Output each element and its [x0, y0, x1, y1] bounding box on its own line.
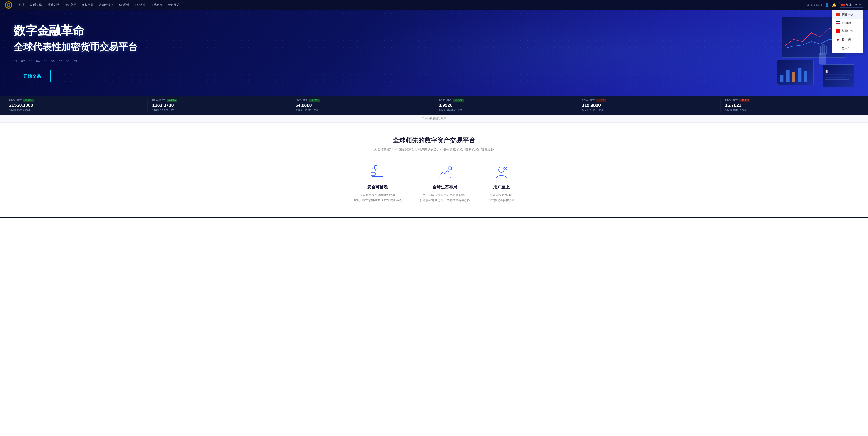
- hero-dot-2[interactable]: [431, 92, 437, 93]
- svg-point-3: [8, 4, 9, 6]
- nav-options[interactable]: 期权交易: [80, 2, 96, 8]
- feature-security-desc: 5 年数字资产金融服务经验 专业分布式架构和防 DDOS 攻击系统: [353, 192, 402, 203]
- ticker-ltc-volume: 24H量 113297.1604: [296, 109, 429, 112]
- feature-security-icon: [370, 165, 385, 180]
- lang-cn-label: 简体中文: [842, 12, 854, 16]
- logo[interactable]: [4, 1, 13, 9]
- ticker-eos[interactable]: EOS/USDT +2.67% 0.9926 24H量 3969904.4582: [434, 99, 578, 112]
- ticker-etc-volume: 24H量 154616.6694: [725, 109, 859, 112]
- lang-en-label: English: [842, 21, 852, 25]
- navbar-phone: 400-100-6368: [805, 3, 822, 7]
- hero-screen-2: [777, 60, 813, 85]
- feature-user: 用户至上 建立先行赔付机制 设立投资者保护基金: [488, 165, 515, 203]
- navbar: 行情 法币交易 币币交易 合约交易 期权交易 流动性挖矿 UP理财 IEO认购 …: [0, 0, 868, 10]
- feature-ecosystem: 全球生态布局 多个国家设立本土化交易服务中心 打造多业务形态为一体的区块链生态圈: [420, 165, 470, 203]
- nav-assets[interactable]: 我的资产: [166, 2, 182, 8]
- features-section: 全球领先的数字资产交易平台 为全球超过130个国家的数百万用户提供安全、可信赖的…: [0, 123, 868, 216]
- nav-contract[interactable]: 合约交易: [62, 2, 79, 8]
- start-trading-button[interactable]: 开始交易: [13, 70, 51, 82]
- svg-rect-13: [819, 53, 826, 64]
- svg-rect-18: [372, 168, 383, 176]
- flag-en-icon: [836, 21, 840, 25]
- ticker-eth[interactable]: ETH/USDT +4.09% 1181.0700 24H量 274587.49…: [148, 99, 291, 112]
- nav-fiat[interactable]: 法币交易: [28, 2, 44, 8]
- ticker-ltc-badge: +2.39%: [309, 99, 320, 102]
- svg-rect-12: [825, 79, 849, 80]
- hero-hand-illustration: [813, 39, 832, 67]
- hero-carousel-dots: [424, 92, 444, 93]
- hero-dot-1[interactable]: [424, 92, 430, 93]
- hero-subtitle: 全球代表性加密货币交易平台: [13, 41, 137, 53]
- flag-cn-icon: 🇨🇳: [841, 3, 845, 7]
- nav-support[interactable]: 在线客服: [149, 2, 165, 8]
- feature-user-name: 用户至上: [488, 184, 515, 190]
- features-subtitle: 为全球超过130个国家的数百万用户提供安全、可信赖的数字资产交易及资产管理服务: [9, 147, 859, 152]
- ticker-eth-volume: 24H量 274587.4967: [152, 109, 286, 112]
- ticker-btc-pair: BTC/USDT +3.48%: [9, 99, 143, 102]
- notice-bar: 用户协议及隐私政策: [0, 115, 868, 123]
- lang-item-cn[interactable]: 简体中文: [832, 10, 863, 19]
- ticker-eos-pair: EOS/USDT +2.67%: [439, 99, 572, 102]
- ticker-bch[interactable]: BCH/USDT -1.25% 119.9800 24H量 34531.2924: [578, 99, 720, 112]
- notice-text[interactable]: 用户协议及隐私政策: [422, 117, 446, 120]
- ticker-ltc-pair: LTC/USDT +2.39%: [296, 99, 429, 102]
- svg-rect-17: [826, 46, 827, 54]
- lang-tw-label: 繁體中文: [842, 29, 854, 33]
- feature-user-icon: [494, 165, 509, 180]
- lang-label: 简体中文: [846, 3, 858, 7]
- ticker-ltc[interactable]: LTC/USDT +2.39% 54.0800 24H量 113297.1604: [291, 99, 434, 112]
- feature-ecosystem-desc: 多个国家设立本土化交易服务中心 打造多业务形态为一体的区块链生态圈: [420, 192, 470, 203]
- flag-kr-icon: [836, 47, 840, 50]
- svg-rect-8: [804, 71, 807, 82]
- hero-num-6: 06: [51, 59, 55, 63]
- hero-content: 数字金融革命 全球代表性加密货币交易平台 01 02 03 04 05 06 0…: [13, 24, 137, 83]
- hero-banner: 数字金融革命 全球代表性加密货币交易平台 01 02 03 04 05 06 0…: [0, 10, 868, 96]
- svg-rect-7: [798, 68, 802, 82]
- features-grid: 安全可信赖 5 年数字资产金融服务经验 专业分布式架构和防 DDOS 攻击系统 …: [9, 165, 859, 203]
- hero-num-1: 01: [13, 59, 18, 63]
- nav-upfinance[interactable]: UP理财: [117, 2, 131, 8]
- hero-dot-3[interactable]: [438, 92, 444, 93]
- ticker-eos-volume: 24H量 3969904.4582: [439, 109, 572, 112]
- ticker-bch-price: 119.9800: [582, 103, 716, 108]
- hero-numbers: 01 02 03 04 05 06 07 08 09: [13, 59, 137, 63]
- nav-liquidity[interactable]: 流动性挖矿: [97, 2, 116, 8]
- feature-security: 安全可信赖 5 年数字资产金融服务经验 专业分布式架构和防 DDOS 攻击系统: [353, 165, 402, 203]
- lang-item-jp[interactable]: 日本語: [832, 35, 863, 44]
- hero-num-2: 02: [21, 59, 25, 63]
- hero-num-3: 03: [29, 59, 32, 63]
- hero-num-5: 05: [43, 59, 47, 63]
- nav-ieo[interactable]: IEO认购: [132, 2, 148, 8]
- flag-cn-icon: [836, 13, 840, 16]
- nav-market[interactable]: 行情: [16, 2, 27, 8]
- ticker-eos-badge: +2.67%: [453, 99, 464, 102]
- bell-icon[interactable]: 🔔: [832, 3, 836, 7]
- svg-rect-11: [825, 77, 845, 77]
- ticker-eth-badge: +4.09%: [166, 99, 177, 102]
- lang-selector[interactable]: 🇨🇳 简体中文 ▼: [839, 2, 864, 8]
- hero-title: 数字金融革命: [13, 24, 137, 38]
- lang-item-en[interactable]: English: [832, 19, 863, 27]
- ticker-eos-price: 0.9926: [439, 103, 572, 108]
- svg-rect-14: [820, 46, 822, 55]
- ticker-eth-pair: ETH/USDT +4.09%: [152, 99, 286, 102]
- user-icon[interactable]: 👤: [825, 3, 829, 7]
- hero-num-4: 04: [36, 59, 40, 63]
- feature-user-desc: 建立先行赔付机制 设立投资者保护基金: [488, 192, 515, 203]
- ticker-etc-badge: -33.89%: [739, 99, 750, 102]
- svg-point-28: [499, 167, 504, 172]
- svg-point-22: [373, 174, 373, 174]
- lang-item-kr[interactable]: 한국어: [832, 44, 863, 53]
- ticker-ltc-price: 54.0800: [296, 103, 429, 108]
- ticker-bch-volume: 24H量 34531.2924: [582, 109, 716, 112]
- svg-rect-16: [824, 45, 825, 54]
- nav-spot[interactable]: 币币交易: [45, 2, 61, 8]
- footer-bar: [0, 216, 868, 219]
- ticker-bar: BTC/USDT +3.48% 21550.1000 24H量 23609.63…: [0, 96, 868, 115]
- ticker-btc[interactable]: BTC/USDT +3.48% 21550.1000 24H量 23609.63…: [4, 99, 148, 112]
- chevron-down-icon: ▼: [859, 3, 861, 7]
- ticker-etc[interactable]: ETC/USDT -33.89% 16.7021 24H量 154616.669…: [720, 99, 864, 112]
- features-title: 全球领先的数字资产交易平台: [9, 136, 859, 145]
- navbar-right: 400-100-6368 👤 🔔 🇨🇳 简体中文 ▼: [805, 2, 864, 8]
- lang-item-tw[interactable]: 繁體中文: [832, 27, 863, 35]
